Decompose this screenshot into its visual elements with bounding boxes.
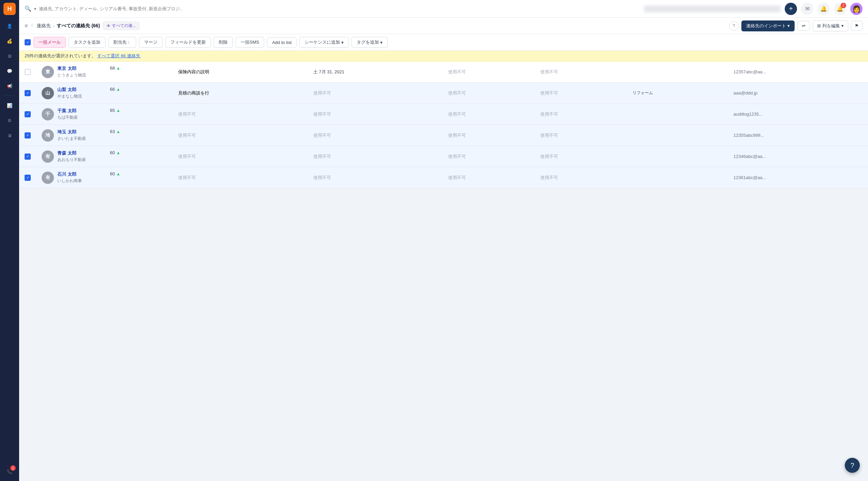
row-checkbox[interactable] <box>25 90 31 96</box>
contact-company: いしかわ商事 <box>57 178 82 184</box>
assign-button[interactable]: 割当先： <box>108 37 136 48</box>
notification-badge: 2 <box>841 3 846 8</box>
row-checkbox[interactable] <box>25 175 31 181</box>
add-tag-label: タグを追加 <box>357 39 379 45</box>
merge-button[interactable]: マージ <box>139 37 162 48</box>
alert-button[interactable]: 🔔 2 <box>834 3 846 15</box>
last-activity-value: 使用不可 <box>178 175 196 180</box>
adjust-columns-button[interactable]: ⇌ <box>797 21 810 31</box>
add-tag-button[interactable]: タグを追加 ▾ <box>352 37 388 48</box>
contact-info: 東 東京 太郎 とうきょう物流 <box>42 65 99 78</box>
contact-details: 埼玉 太郎 さいたま不動産 <box>57 129 86 142</box>
sidebar-item-deals[interactable]: 💰 <box>3 34 16 48</box>
user-avatar[interactable]: 👩 <box>850 3 863 15</box>
import-button[interactable]: 連絡先のインポート ▾ <box>741 20 795 31</box>
select-all-checkbox[interactable] <box>25 39 31 45</box>
tag-cell <box>627 167 728 188</box>
contact-avatar: 有 <box>42 172 54 184</box>
view-filter-badge[interactable]: 👁 すべての連... <box>103 21 140 30</box>
add-button[interactable]: + <box>785 3 797 15</box>
bulk-sms-button[interactable]: 一括SMS <box>236 37 264 48</box>
row-checkbox[interactable] <box>25 111 31 117</box>
update-fields-label: フィールドを更新 <box>170 40 206 45</box>
delete-button[interactable]: 削除 <box>214 37 233 48</box>
contact-info: 千 千葉 太郎 ちば不動産 <box>42 108 99 120</box>
dashboard-icon: ⊞ <box>8 54 12 59</box>
score-cell: 65 ▲ <box>104 104 173 117</box>
contact-name[interactable]: 東京 太郎 <box>57 65 86 72</box>
contact-name[interactable]: 石川 太郎 <box>57 171 82 177</box>
contact-name[interactable]: 青森 太郎 <box>57 150 86 156</box>
bulk-email-button[interactable]: 一括メール <box>33 37 66 48</box>
last-activity-cell: 見積の商談を行 <box>173 83 308 104</box>
contact-avatar: 有 <box>42 150 54 163</box>
sidebar-item-display[interactable]: 🖥 <box>3 129 16 142</box>
last-activity-value: 保険内容の説明 <box>178 69 209 74</box>
sidebar-item-messages[interactable]: 💬 <box>3 64 16 78</box>
add-to-list-button[interactable]: Add to list <box>267 38 297 47</box>
row-checkbox[interactable] <box>25 154 31 160</box>
select-all-link[interactable]: すべて選択 66 連絡先 <box>97 53 140 59</box>
app-logo[interactable]: H <box>3 3 16 15</box>
sidebar-divider <box>4 96 15 96</box>
mail-button[interactable]: ✉ <box>801 3 813 15</box>
selection-banner: 25件の連絡先が選択されています。 すべて選択 66 連絡先 <box>19 51 868 61</box>
sub-header: ≡ ⠿ 連絡先 › すべての連絡先 (66) 👁 すべての連... ? 連絡先の… <box>19 18 868 34</box>
row-checkbox-cell <box>19 104 36 125</box>
notification-button[interactable]: 🔔 <box>817 3 830 15</box>
contact-name[interactable]: 山梨 太郎 <box>57 87 82 93</box>
phone-value: 使用不可 <box>448 133 466 138</box>
phone-value: 使用不可 <box>448 154 466 159</box>
add-to-sequence-button[interactable]: シーケンスに追加 ▾ <box>299 37 349 48</box>
row-checkbox-cell <box>19 61 36 83</box>
sidebar-item-settings[interactable]: ⚙ <box>3 114 16 127</box>
messages-icon: 💬 <box>7 69 12 74</box>
sidebar-item-marketing[interactable]: 📢 <box>3 79 16 93</box>
update-fields-button[interactable]: フィールドを更新 <box>165 37 211 48</box>
filter-button[interactable]: ⚑ <box>851 21 863 31</box>
row-checkbox-cell <box>19 167 36 188</box>
breadcrumb-parent[interactable]: 連絡先 <box>37 23 51 29</box>
date-value: 使用不可 <box>313 154 331 159</box>
search-dropdown-icon[interactable]: ▾ <box>34 6 36 11</box>
last-activity-cell: 保険内容の説明 <box>173 61 308 83</box>
header-info-blurred <box>644 5 781 12</box>
sidebar: H 👤 💰 ⊞ 💬 📢 📊 ⚙ 🖥 📞 1 <box>0 0 19 481</box>
contact-name[interactable]: 埼玉 太郎 <box>57 129 86 135</box>
date-value: 使用不可 <box>313 90 331 96</box>
email-value: 12346abc@aa... <box>734 154 766 159</box>
date-cell: 土 7月 31, 2021 <box>308 61 443 83</box>
view-toggle-icon[interactable]: ≡ <box>25 23 28 29</box>
row-checkbox-cell <box>19 125 36 146</box>
contact-avatar: 千 <box>42 108 54 120</box>
sidebar-item-phone[interactable]: 📞 1 <box>3 465 16 478</box>
row-checkbox[interactable] <box>25 69 31 75</box>
edit-columns-button[interactable]: ⊞ 列を編集 ▾ <box>813 20 848 31</box>
help-fab[interactable]: ? <box>845 458 860 473</box>
email-value: 12361abc@aa... <box>734 175 766 180</box>
date-cell: 使用不可 <box>308 167 443 188</box>
add-task-button[interactable]: タスクを追加 <box>69 37 105 48</box>
email-cell: 12346abc@aa... <box>728 146 868 167</box>
email-value: auditlog1235... <box>734 112 763 117</box>
score-cell: 66 ▲ <box>104 83 173 96</box>
breadcrumb-separator: › <box>53 23 55 29</box>
help-button[interactable]: ? <box>729 21 739 31</box>
search-input[interactable] <box>39 6 182 11</box>
email-value: 12357abc@aa... <box>734 69 766 74</box>
sidebar-item-reports[interactable]: 📊 <box>3 99 16 112</box>
row-checkbox[interactable] <box>25 132 31 139</box>
contact-info-cell: 有 石川 太郎 いしかわ商事 <box>36 167 104 188</box>
score-cell: 60 ▲ <box>104 146 173 159</box>
column5-value: 使用不可 <box>540 133 558 138</box>
sidebar-item-contacts[interactable]: 👤 <box>3 19 16 33</box>
phone-cell: 使用不可 <box>443 146 535 167</box>
contact-name[interactable]: 千葉 太郎 <box>57 108 78 114</box>
sidebar-item-dashboard[interactable]: ⊞ <box>3 49 16 63</box>
date-cell: 使用不可 <box>308 83 443 104</box>
contact-info-cell: 東 東京 太郎 とうきょう物流 <box>36 61 104 83</box>
assign-label: 割当先： <box>113 40 131 45</box>
contact-company: ちば不動産 <box>57 115 78 120</box>
contact-details: 石川 太郎 いしかわ商事 <box>57 171 82 184</box>
date-value: 土 7月 31, 2021 <box>313 69 344 74</box>
